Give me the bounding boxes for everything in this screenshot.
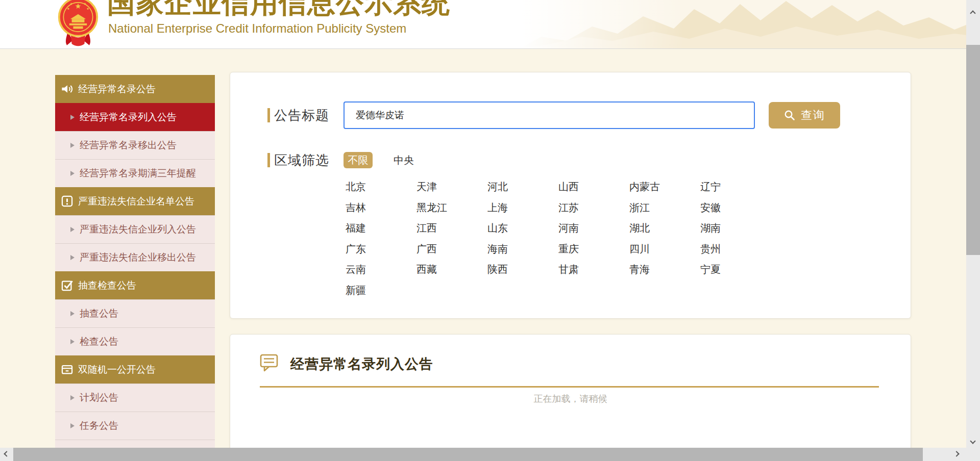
title-field-row: 公告标题: [267, 101, 329, 129]
sidebar-section-header[interactable]: 抽查检查公告: [55, 271, 215, 299]
loading-message: 正在加载，请稍候: [230, 393, 911, 405]
vertical-scrollbar-thumb[interactable]: [966, 45, 980, 255]
scroll-left-arrow-icon[interactable]: [4, 451, 9, 456]
sidebar-partial-item: [55, 440, 215, 448]
sidebar-item-label: 抽查公告: [80, 307, 118, 320]
horizontal-scrollbar-thumb[interactable]: [13, 448, 923, 461]
province-option[interactable]: 江苏: [553, 197, 624, 218]
province-option[interactable]: 山西: [553, 176, 624, 197]
site-title-chinese: 国家企业信用信息公示系统: [107, 0, 450, 22]
mountain-artwork: [521, 0, 980, 48]
province-grid: 北京天津河北山西内蒙古辽宁吉林黑龙江上海江苏浙江安徽福建江西山东河南湖北湖南广东…: [340, 176, 766, 300]
province-option[interactable]: 江西: [411, 218, 482, 239]
province-option[interactable]: 宁夏: [695, 259, 766, 280]
sidebar-item-label: 严重违法失信企业移出公告: [80, 251, 196, 264]
province-option[interactable]: 甘肃: [553, 259, 624, 280]
province-option[interactable]: 陕西: [482, 259, 553, 280]
sidebar-item[interactable]: 经营异常名录期满三年提醒: [55, 159, 215, 187]
sidebar-item-label: 抽查检查公告: [78, 279, 136, 292]
gold-accent-bar: [267, 153, 270, 167]
scroll-up-arrow-icon[interactable]: [970, 10, 975, 16]
triangle-right-icon: [70, 227, 75, 232]
sidebar-item-label: 严重违法失信企业名单公告: [78, 195, 194, 208]
sidebar-item[interactable]: 检查公告: [55, 327, 215, 355]
province-option[interactable]: 辽宁: [695, 176, 766, 197]
query-button-label: 查询: [801, 108, 825, 123]
triangle-right-icon: [70, 143, 75, 148]
archive-icon: [60, 363, 74, 376]
triangle-right-icon: [70, 311, 75, 316]
region-option-central[interactable]: 中央: [394, 152, 414, 168]
scroll-right-arrow-icon[interactable]: [953, 451, 959, 456]
title-field-label: 公告标题: [274, 107, 329, 124]
alert-icon: [60, 194, 74, 208]
province-option[interactable]: 重庆: [553, 239, 624, 260]
region-field-row: 区域筛选: [267, 152, 329, 168]
gold-accent-bar: [267, 108, 270, 122]
province-option[interactable]: 广东: [340, 239, 411, 260]
triangle-right-icon: [70, 423, 75, 428]
sidebar-item-label: 经营异常名录期满三年提醒: [80, 167, 196, 180]
sidebar-item-label: 计划公告: [80, 391, 118, 404]
province-option[interactable]: 河南: [553, 218, 624, 239]
province-option[interactable]: 青海: [624, 259, 695, 280]
province-option[interactable]: 黑龙江: [411, 197, 482, 218]
sidebar-item-label: 任务公告: [80, 419, 118, 432]
sidebar-item-label: 经营异常名录移出公告: [80, 139, 177, 152]
region-field-label: 区域筛选: [274, 151, 329, 169]
province-option[interactable]: 湖南: [695, 218, 766, 239]
announcement-section-title: 经营异常名录列入公告: [290, 355, 433, 373]
triangle-right-icon: [70, 255, 75, 260]
region-option-unlimited[interactable]: 不限: [344, 152, 373, 168]
announcement-card: 经营异常名录列入公告 正在加载，请稍候: [230, 334, 911, 461]
site-header: 国家企业信用信息公示系统 National Enterprise Credit …: [0, 0, 980, 49]
sidebar-section-header[interactable]: 双随机一公开公告: [55, 355, 215, 383]
triangle-right-icon: [70, 115, 75, 120]
page: 国家企业信用信息公示系统 National Enterprise Credit …: [0, 0, 980, 461]
search-filter-card: 公告标题 查询 区域筛选 不限 中央 北京天津河北山西内蒙古辽宁吉林黑龙江上海江…: [230, 72, 911, 319]
province-option[interactable]: 云南: [340, 259, 411, 280]
sidebar-item[interactable]: 严重违法失信企业列入公告: [55, 215, 215, 243]
sidebar-section-header[interactable]: 经营异常名录公告: [55, 75, 215, 103]
province-option[interactable]: 海南: [482, 239, 553, 260]
province-option[interactable]: 西藏: [411, 259, 482, 280]
speaker-icon: [60, 82, 74, 96]
province-option[interactable]: 天津: [411, 176, 482, 197]
sidebar-item[interactable]: 严重违法失信企业移出公告: [55, 243, 215, 271]
province-option[interactable]: 贵州: [695, 239, 766, 260]
province-option[interactable]: 上海: [482, 197, 553, 218]
horizontal-scrollbar[interactable]: [0, 448, 966, 461]
sidebar-item-label: 经营异常名录公告: [78, 83, 156, 96]
sidebar-item-label: 严重违法失信企业列入公告: [80, 223, 196, 236]
vertical-scrollbar[interactable]: [966, 0, 980, 461]
sidebar-item[interactable]: 抽查公告: [55, 299, 215, 327]
province-option[interactable]: 内蒙古: [624, 176, 695, 197]
province-option[interactable]: 安徽: [695, 197, 766, 218]
province-option[interactable]: 北京: [340, 176, 411, 197]
sidebar-item-label: 经营异常名录列入公告: [80, 111, 177, 124]
scroll-down-arrow-icon[interactable]: [970, 438, 975, 444]
province-option[interactable]: 浙江: [624, 197, 695, 218]
sidebar-item-label: 检查公告: [80, 335, 118, 348]
sidebar-item[interactable]: 任务公告: [55, 412, 215, 440]
sidebar-item[interactable]: 经营异常名录列入公告: [55, 103, 215, 131]
province-option[interactable]: 四川: [624, 239, 695, 260]
triangle-right-icon: [70, 395, 75, 400]
sidebar-item[interactable]: 经营异常名录移出公告: [55, 131, 215, 159]
province-option[interactable]: 山东: [482, 218, 553, 239]
sidebar-item-label: 双随机一公开公告: [78, 363, 156, 376]
query-button[interactable]: 查询: [769, 102, 840, 129]
sidebar-section-header[interactable]: 严重违法失信企业名单公告: [55, 187, 215, 215]
sidebar-item[interactable]: 计划公告: [55, 383, 215, 412]
site-title-english: National Enterprise Credit Information P…: [108, 21, 406, 36]
province-option[interactable]: 广西: [411, 239, 482, 260]
province-option[interactable]: 湖北: [624, 218, 695, 239]
province-option[interactable]: 吉林: [340, 197, 411, 218]
national-emblem-logo: [56, 0, 100, 48]
province-option[interactable]: 河北: [482, 176, 553, 197]
search-icon: [783, 109, 796, 121]
announcement-title-input[interactable]: [344, 101, 755, 129]
province-option[interactable]: 新疆: [340, 280, 411, 301]
triangle-right-icon: [70, 171, 75, 176]
province-option[interactable]: 福建: [340, 218, 411, 239]
